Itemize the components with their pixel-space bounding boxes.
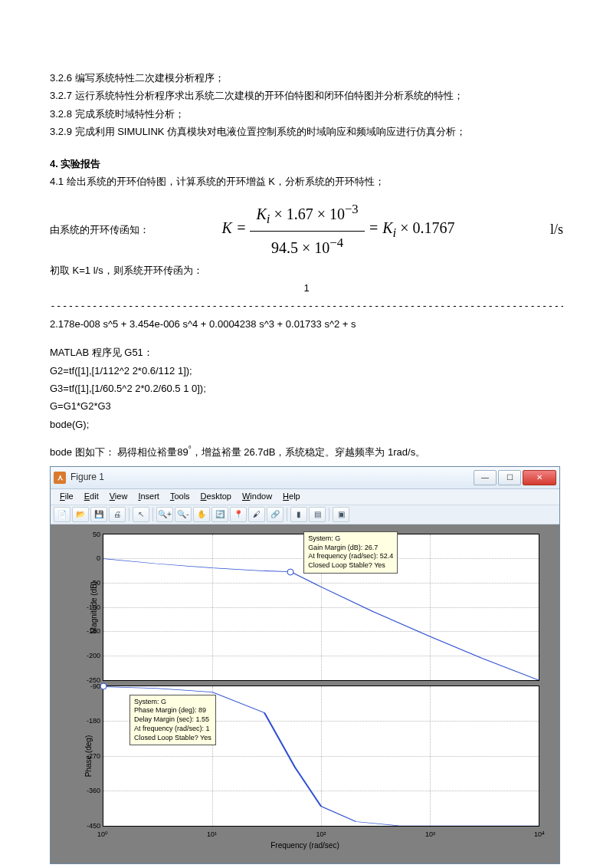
- toolbar: 📄 📂 💾 🖨 ↖ 🔍+ 🔍- ✋ 🔄 📍 🖌 🔗 ▮ ▤ ▣: [51, 505, 559, 524]
- tf-numerator: 1: [50, 279, 563, 297]
- brush-icon[interactable]: 🖌: [248, 507, 265, 522]
- zoom-out-icon[interactable]: 🔍-: [175, 507, 192, 522]
- menu-bar: FFileile Edit View Insert Tools Desktop …: [51, 489, 559, 505]
- formula-K: K = Ki × 1.67 × 10−3 94.5 × 10−4 = Ki × …: [149, 198, 527, 261]
- window-title: Figure 1: [70, 469, 474, 486]
- matlab-figure-window: ⋏ Figure 1 — ☐ ✕ FFileile Edit View Inse…: [50, 466, 560, 864]
- document-page: 3.2.6 编写系统特性二次建模分析程序； 3.2.7 运行系统特性分析程序求出…: [0, 0, 613, 868]
- item-3-2-6: 3.2.6 编写系统特性二次建模分析程序；: [50, 69, 563, 87]
- matlab-prog-label: MATLAB 程序见 G51：: [50, 344, 563, 361]
- pan-icon[interactable]: ✋: [193, 507, 210, 522]
- x-label: Frequency (rad/sec): [55, 839, 555, 853]
- legend-icon[interactable]: ▤: [309, 507, 326, 522]
- item-4-1: 4.1 绘出系统的开环伯特图，计算系统的开环增益 K，分析系统的开环特性；: [50, 173, 563, 190]
- menu-desktop[interactable]: Desktop: [196, 489, 236, 505]
- item-3-2-8: 3.2.8 完成系统时域特性分析；: [50, 105, 563, 123]
- tf-divider: ----------------------------------------…: [50, 297, 563, 314]
- formula-row: 由系统的开环传函知： K = Ki × 1.67 × 10−3 94.5 × 1…: [50, 198, 563, 261]
- section-4-heading: 4. 实验报告: [50, 155, 563, 173]
- menu-insert[interactable]: Insert: [133, 489, 164, 505]
- phase-margin-tooltip: System: G Phase Margin (deg): 89 Delay M…: [129, 695, 216, 745]
- matlab-icon: ⋏: [54, 472, 66, 484]
- menu-tools[interactable]: Tools: [166, 489, 195, 505]
- unit-ls: l/s: [550, 217, 563, 242]
- formula-lead-text: 由系统的开环传函知：: [50, 221, 149, 238]
- code-line-3: G=G1*G2*G3: [50, 397, 563, 415]
- bode-description: bode 图如下： 易得相位裕量89°，增益裕量 26.7dB，系统稳定。穿越频…: [50, 442, 563, 462]
- phase-margin-point[interactable]: [100, 683, 107, 690]
- save-icon[interactable]: 💾: [90, 507, 107, 522]
- colorbar-icon[interactable]: ▮: [290, 507, 307, 522]
- datacursor-icon[interactable]: 📍: [230, 507, 247, 522]
- close-button[interactable]: ✕: [523, 470, 556, 485]
- take-k-line: 初取 K=1 l/s，则系统开环传函为：: [50, 261, 563, 279]
- minimize-button[interactable]: —: [474, 470, 497, 485]
- code-line-2: G3=tf([1],[1/60.5^2 2*0.2/60.5 1 0]);: [50, 380, 563, 397]
- menu-file[interactable]: FFileile: [55, 489, 78, 505]
- tf-denominator: 2.178e-008 s^5 + 3.454e-006 s^4 + 0.0004…: [50, 315, 563, 333]
- arrow-icon[interactable]: ↖: [133, 507, 149, 522]
- code-line-1: G2=tf([1],[1/112^2 2*0.6/112 1]);: [50, 362, 563, 380]
- link-icon[interactable]: 🔗: [267, 507, 284, 522]
- plot-area: Magnitude (dB) 50 0 -50 -100 -150 -200 -…: [51, 524, 559, 863]
- mag-yticks: 50 0 -50 -100 -150 -200 -250: [80, 534, 102, 680]
- menu-edit[interactable]: Edit: [80, 489, 103, 505]
- magnitude-axes[interactable]: Magnitude (dB) 50 0 -50 -100 -150 -200 -…: [103, 534, 539, 681]
- window-titlebar[interactable]: ⋏ Figure 1 — ☐ ✕: [51, 467, 559, 489]
- gain-margin-point[interactable]: [287, 568, 294, 575]
- phase-axes[interactable]: Phase (deg) -90 -180 -270 -360 -450 Syst…: [103, 686, 539, 827]
- menu-view[interactable]: View: [105, 489, 133, 505]
- open-icon[interactable]: 📂: [72, 507, 89, 522]
- code-line-4: bode(G);: [50, 416, 563, 433]
- item-3-2-9: 3.2.9 完成利用 SIMULINK 仿真模块对电液位置控制系统的时域响应和频…: [50, 123, 563, 140]
- item-3-2-7: 3.2.7 运行系统特性分析程序求出系统二次建模的开环伯特图和闭环伯特图并分析系…: [50, 87, 563, 104]
- gain-margin-tooltip: System: G Gain Margin (dB): 26.7 At freq…: [303, 531, 398, 574]
- new-icon[interactable]: 📄: [54, 507, 70, 522]
- print-icon[interactable]: 🖨: [109, 507, 126, 522]
- rotate-icon[interactable]: 🔄: [211, 507, 228, 522]
- menu-window[interactable]: Window: [238, 489, 277, 505]
- x-ticks: 10⁰ 10¹ 10² 10³ 10⁴: [103, 828, 539, 837]
- maximize-button[interactable]: ☐: [498, 470, 521, 485]
- dock-icon[interactable]: ▣: [333, 507, 349, 522]
- menu-help[interactable]: Help: [278, 489, 305, 505]
- zoom-in-icon[interactable]: 🔍+: [156, 507, 173, 522]
- phase-yticks: -90 -180 -270 -360 -450: [80, 686, 102, 826]
